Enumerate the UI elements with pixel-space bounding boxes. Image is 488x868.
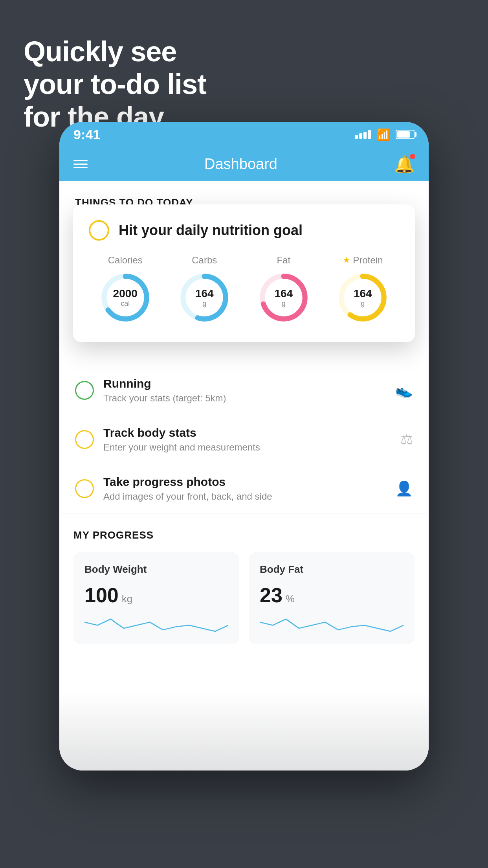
progress-value-row: 23 % [260, 583, 404, 607]
progress-unit: kg [122, 593, 132, 605]
todo-name: Running [103, 377, 386, 390]
signal-icon [355, 130, 371, 139]
donut-chart: 164 g [337, 272, 388, 323]
hero-text: Quickly see your to-do list for the day. [24, 35, 206, 133]
nutrition-card-title: Hit your daily nutrition goal [119, 222, 303, 239]
nutrition-metrics: Calories 2000 cal Carbs 164 g Fat [89, 255, 399, 323]
nutrition-circle-check [89, 220, 109, 241]
notification-icon[interactable]: 🔔 [394, 154, 415, 174]
metric-label: Fat [277, 255, 290, 266]
menu-icon[interactable] [73, 160, 88, 168]
battery-icon [396, 130, 415, 139]
sparkline-chart [260, 615, 404, 634]
progress-card-title: Body Fat [260, 563, 404, 576]
donut-chart: 164 g [258, 272, 309, 323]
progress-unit: % [286, 593, 295, 605]
todo-sub: Add images of your front, back, and side [103, 491, 386, 502]
app-title: Dashboard [204, 156, 277, 173]
todo-sub: Enter your weight and measurements [103, 442, 391, 453]
star-icon: ★ [343, 255, 350, 265]
app-content: THINGS TO DO TODAY Hit your daily nutrit… [59, 181, 429, 771]
progress-title: MY PROGRESS [73, 529, 415, 541]
status-bar: 9:41 📶 [59, 122, 429, 147]
progress-card-title: Body Weight [84, 563, 228, 576]
metric-label: Protein [353, 255, 383, 266]
app-header: Dashboard 🔔 [59, 147, 429, 181]
todo-text: Running Track your stats (target: 5km) [103, 377, 386, 404]
metric-col-carbs: Carbs 164 g [179, 255, 230, 323]
notification-dot [410, 154, 415, 159]
todo-item[interactable]: Running Track your stats (target: 5km) 👟 [59, 366, 429, 415]
todo-item[interactable]: Track body stats Enter your weight and m… [59, 415, 429, 464]
status-time: 9:41 [73, 127, 100, 142]
progress-section: MY PROGRESS Body Weight 100 kg Body Fat … [59, 513, 429, 660]
todo-circle [75, 479, 94, 498]
status-icons: 📶 [355, 128, 415, 141]
metric-col-protein: ★Protein 164 g [337, 255, 388, 323]
progress-value: 23 [260, 583, 283, 607]
metric-label: Calories [108, 255, 143, 266]
donut-chart: 164 g [179, 272, 230, 323]
todo-list: Running Track your stats (target: 5km) 👟… [59, 366, 429, 513]
nutrition-card: Hit your daily nutrition goal Calories 2… [73, 204, 415, 342]
todo-action-icon: 👤 [395, 480, 413, 497]
progress-value-row: 100 kg [84, 583, 228, 607]
todo-circle [75, 381, 94, 400]
metric-label: Carbs [192, 255, 217, 266]
sparkline-chart [84, 615, 228, 634]
progress-value: 100 [84, 583, 119, 607]
metric-col-calories: Calories 2000 cal [100, 255, 151, 323]
todo-item[interactable]: Take progress photos Add images of your … [59, 464, 429, 513]
progress-card[interactable]: Body Fat 23 % [249, 552, 415, 644]
todo-text: Take progress photos Add images of your … [103, 475, 386, 502]
todo-sub: Track your stats (target: 5km) [103, 393, 386, 404]
todo-name: Take progress photos [103, 475, 386, 489]
progress-cards: Body Weight 100 kg Body Fat 23 % [73, 552, 415, 644]
todo-name: Track body stats [103, 426, 391, 440]
todo-circle [75, 430, 94, 449]
progress-card[interactable]: Body Weight 100 kg [73, 552, 239, 644]
todo-text: Track body stats Enter your weight and m… [103, 426, 391, 453]
todo-action-icon: ⚖ [400, 431, 413, 448]
phone-mockup: 9:41 📶 Dashboard 🔔 THINGS TO DO T [59, 122, 429, 771]
wifi-icon: 📶 [376, 128, 390, 141]
todo-action-icon: 👟 [395, 382, 413, 399]
metric-col-fat: Fat 164 g [258, 255, 309, 323]
donut-chart: 2000 cal [100, 272, 151, 323]
